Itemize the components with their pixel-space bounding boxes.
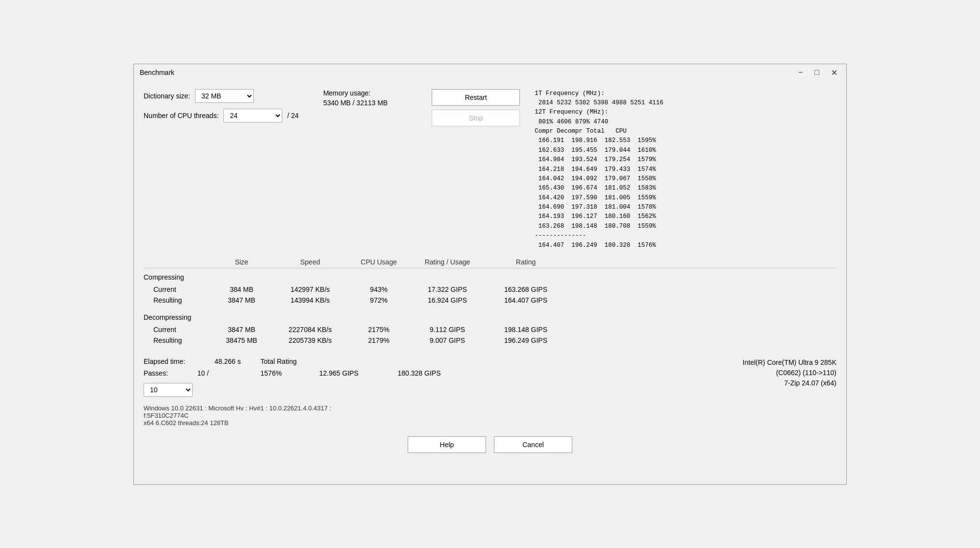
comp-resulting-cpu: 972% xyxy=(349,296,408,304)
comp-current-row: Current 384 MB 142997 KB/s 943% 17.322 G… xyxy=(144,284,836,295)
col-header-cpu: CPU Usage xyxy=(349,258,408,266)
decomp-resulting-rating: 196.249 GIPS xyxy=(487,336,565,344)
total-rating-cpu: 1576% xyxy=(261,369,319,377)
system-line2: f:5F310C2774C xyxy=(144,412,836,419)
minimize-button[interactable]: − xyxy=(795,67,806,78)
comp-current-size: 384 MB xyxy=(212,286,271,293)
decompressing-label: Decompressing xyxy=(144,313,836,321)
window-title: Benchmark xyxy=(140,69,174,76)
help-button[interactable]: Help xyxy=(408,436,486,453)
decomp-current-cpu: 2175% xyxy=(349,326,408,334)
cancel-button[interactable]: Cancel xyxy=(494,436,572,453)
total-rating-values: 1576% 12.965 GIPS 180.328 GIPS xyxy=(261,369,723,377)
decomp-resulting-cpu: 2179% xyxy=(349,336,408,344)
comp-current-rating: 163.268 GIPS xyxy=(487,286,565,293)
col-header-rating: Rating xyxy=(487,258,565,266)
threads-label: Number of CPU threads: xyxy=(144,112,219,119)
memory-section: Memory usage: 5340 MB / 32113 MB xyxy=(323,89,388,107)
passes-select[interactable]: 10 xyxy=(144,383,193,397)
col-header-name xyxy=(144,258,212,266)
stop-button: Stop xyxy=(432,110,520,126)
table-headers: Size Speed CPU Usage Rating / Usage Rati… xyxy=(144,256,836,268)
elapsed-row: Elapsed time: 48.266 s xyxy=(144,357,241,365)
elapsed-label: Elapsed time: xyxy=(144,357,185,365)
col-header-size: Size xyxy=(212,258,271,266)
comp-resulting-size: 3847 MB xyxy=(212,296,271,304)
system-line1: Windows 10.0 22631 : Microsoft Hv : Hv#1… xyxy=(144,405,836,412)
decomp-resulting-label: Resulting xyxy=(144,336,212,344)
decomp-current-speed: 2227084 KB/s xyxy=(271,326,349,334)
decomp-resulting-row: Resulting 38475 MB 2205739 KB/s 2179% 9.… xyxy=(144,335,836,346)
restart-button[interactable]: Restart xyxy=(432,89,520,106)
elapsed-value: 48.266 s xyxy=(215,357,241,365)
cpu-line1: Intel(R) Core(TM) Ultra 9 285K xyxy=(743,357,836,368)
action-buttons: Restart Stop xyxy=(432,89,520,126)
cpu-line2: (C0662) (110->110) xyxy=(743,368,836,378)
threads-suffix: / 24 xyxy=(287,112,298,119)
passes-row: Passes: 10 / xyxy=(144,369,241,377)
close-button[interactable]: ✕ xyxy=(828,67,840,78)
compressing-label: Compressing xyxy=(144,273,836,281)
bottom-buttons: Help Cancel xyxy=(144,436,836,453)
title-bar: Benchmark − □ ✕ xyxy=(134,64,846,81)
decomp-current-rating-usage: 9.112 GIPS xyxy=(408,326,487,334)
dict-size-select[interactable]: 32 MB xyxy=(195,89,254,103)
comp-current-label: Current xyxy=(144,286,212,293)
threads-select[interactable]: 24 xyxy=(223,109,282,122)
footer-section: Elapsed time: 48.266 s Passes: 10 / 10 T… xyxy=(144,357,836,397)
window-controls: − □ ✕ xyxy=(795,67,840,78)
decomp-resulting-rating-usage: 9.007 GIPS xyxy=(408,336,487,344)
comp-current-cpu: 943% xyxy=(349,286,408,293)
cpu-info: Intel(R) Core(TM) Ultra 9 285K (C0662) (… xyxy=(743,357,836,388)
col-header-rating-usage: Rating / Usage xyxy=(408,258,487,266)
elapsed-block: Elapsed time: 48.266 s Passes: 10 / 10 xyxy=(144,357,241,397)
comp-resulting-rating: 164.407 GIPS xyxy=(487,296,565,304)
dict-label: Dictionary size: xyxy=(144,92,190,100)
memory-label: Memory usage: xyxy=(323,89,388,97)
benchmark-window: Benchmark − □ ✕ Dictionary size: 32 MB N… xyxy=(133,64,847,485)
main-content: Dictionary size: 32 MB Number of CPU thr… xyxy=(134,81,846,461)
comp-current-speed: 142997 KB/s xyxy=(271,286,349,293)
comp-resulting-speed: 143994 KB/s xyxy=(271,296,349,304)
decomp-current-row: Current 3847 MB 2227084 KB/s 2175% 9.112… xyxy=(144,324,836,335)
threads-group: Number of CPU threads: 24 / 24 xyxy=(144,109,299,122)
passes-label: Passes: xyxy=(144,369,168,377)
system-line3: x64 6.C602 threads:24 128TB xyxy=(144,419,836,427)
maximize-button[interactable]: □ xyxy=(811,67,822,78)
dict-size-group: Dictionary size: 32 MB xyxy=(144,89,299,103)
decomp-current-size: 3847 MB xyxy=(212,326,271,334)
frequency-panel: 1T Frequency (MHz): 2814 5232 5382 5398 … xyxy=(535,89,663,250)
comp-resulting-label: Resulting xyxy=(144,296,212,304)
total-rating-block: Total Rating 1576% 12.965 GIPS 180.328 G… xyxy=(261,357,723,377)
passes-value: 10 / xyxy=(197,369,209,377)
decomp-resulting-speed: 2205739 KB/s xyxy=(271,336,349,344)
col-header-speed: Speed xyxy=(271,258,349,266)
memory-value: 5340 MB / 32113 MB xyxy=(323,99,388,107)
total-rating-gips2: 180.328 GIPS xyxy=(398,369,476,377)
decomp-current-rating: 198.148 GIPS xyxy=(487,326,565,334)
total-rating-header: Total Rating xyxy=(261,357,723,365)
total-rating-gips1: 12.965 GIPS xyxy=(319,369,398,377)
app-version: 7-Zip 24.07 (x64) xyxy=(743,378,836,388)
comp-resulting-row: Resulting 3847 MB 143994 KB/s 972% 16.92… xyxy=(144,295,836,306)
decomp-resulting-size: 38475 MB xyxy=(212,336,271,344)
system-info: Windows 10.0 22631 : Microsoft Hv : Hv#1… xyxy=(144,405,836,427)
decomp-current-label: Current xyxy=(144,326,212,334)
comp-resulting-rating-usage: 16.924 GIPS xyxy=(408,296,487,304)
comp-current-rating-usage: 17.322 GIPS xyxy=(408,286,487,293)
